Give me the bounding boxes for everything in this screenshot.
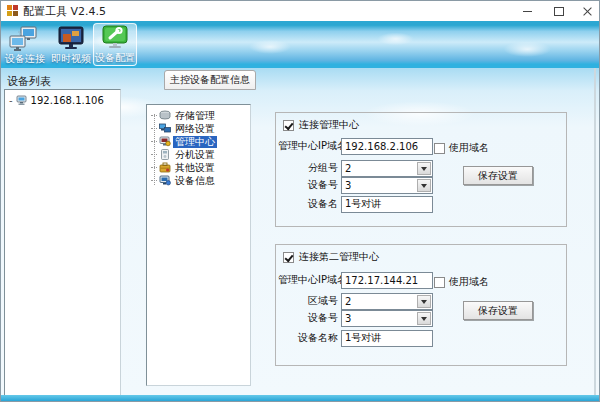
minimize-icon xyxy=(523,11,532,12)
content-area: 设备列表 - 192.168.1.106 主控设备配置信息 xyxy=(1,68,599,395)
tree-item-storage[interactable]: 存储管理 xyxy=(147,109,250,122)
bottom-bar xyxy=(1,395,599,401)
right-edge-divider xyxy=(594,68,596,395)
toolbar-label-device-connect: 设备连接 xyxy=(5,53,45,65)
toolbar: 设备连接 即时视频 xyxy=(1,21,599,68)
device-list-item[interactable]: - 192.168.1.106 xyxy=(5,90,120,106)
tree-item-label: 设备信息 xyxy=(173,175,217,187)
maximize-icon xyxy=(554,7,564,16)
device-config-icon xyxy=(100,24,130,52)
connect-second-center-checkbox[interactable] xyxy=(283,252,294,263)
tree-item-label: 网络设置 xyxy=(173,123,217,135)
settings-tree: 存储管理 网络设置 管理中心 xyxy=(146,104,251,386)
device-name-label: 设备名 xyxy=(278,197,341,211)
group-no-value: 2 xyxy=(345,163,351,174)
toolbar-label-device-config: 设备配置 xyxy=(95,52,135,64)
extension-icon xyxy=(159,149,171,160)
management-center-icon xyxy=(159,136,171,147)
tree-guide-line xyxy=(154,114,155,185)
save-settings2-label: 保存设置 xyxy=(478,304,518,318)
chevron-down-icon[interactable] xyxy=(417,312,431,325)
device2-no-value: 3 xyxy=(345,313,351,324)
device-info-icon xyxy=(159,175,171,186)
region-no-select[interactable]: 2 xyxy=(341,293,433,310)
device-no-select[interactable]: 3 xyxy=(341,177,433,194)
tree-item-device-info[interactable]: 设备信息 xyxy=(147,174,250,187)
connect-center-label: 连接管理中心 xyxy=(299,118,359,132)
device2-name-label: 设备名称 xyxy=(278,331,341,345)
chevron-down-icon[interactable] xyxy=(417,295,431,308)
tree-collapse-icon[interactable]: - xyxy=(9,96,13,106)
minimize-button[interactable] xyxy=(511,1,543,21)
use-domain-label: 使用域名 xyxy=(449,141,489,155)
device2-no-label: 设备号 xyxy=(278,311,341,325)
use-domain2-checkbox[interactable] xyxy=(434,277,445,288)
center-ip-input[interactable] xyxy=(341,138,433,155)
network-icon xyxy=(159,123,171,134)
group-no-label: 分组号 xyxy=(278,161,341,175)
device2-name-input[interactable] xyxy=(341,330,433,347)
center-ip-label: 管理中心IP域名 xyxy=(278,139,341,153)
second-management-center-group: 连接第二管理中心 管理中心IP域名 使用域名 区域号 2 设备号 3 xyxy=(275,244,567,366)
center2-ip-label: 管理中心IP域名 xyxy=(278,273,341,287)
close-icon xyxy=(583,7,592,16)
tree-item-label: 其他设置 xyxy=(173,162,217,174)
tree-item-management-center[interactable]: 管理中心 xyxy=(147,135,250,148)
title-bar: 配置工具 V2.4.5 xyxy=(1,1,599,21)
device2-no-select[interactable]: 3 xyxy=(341,310,433,327)
device-icon xyxy=(16,95,28,106)
connect-second-center-label: 连接第二管理中心 xyxy=(299,250,379,264)
toolbar-label-live-video: 即时视频 xyxy=(51,53,91,65)
save-settings-label: 保存设置 xyxy=(478,169,518,183)
other-settings-icon xyxy=(159,162,171,173)
management-center-group: 连接管理中心 管理中心IP域名 使用域名 分组号 2 设备号 3 xyxy=(275,112,567,227)
chevron-down-icon[interactable] xyxy=(417,162,431,175)
group-no-select[interactable]: 2 xyxy=(341,160,433,177)
save-settings-button[interactable]: 保存设置 xyxy=(463,166,533,185)
close-button[interactable] xyxy=(575,1,599,21)
tree-item-extension[interactable]: 分机设置 xyxy=(147,148,250,161)
app-window: 配置工具 V2.4.5 设备连接 xyxy=(0,0,600,402)
save-settings2-button[interactable]: 保存设置 xyxy=(463,301,533,320)
tree-item-label: 分机设置 xyxy=(173,149,217,161)
toolbar-button-device-connect[interactable]: 设备连接 xyxy=(3,23,47,66)
region-no-label: 区域号 xyxy=(278,294,341,308)
region-no-value: 2 xyxy=(345,296,351,307)
device-no-value: 3 xyxy=(345,180,351,191)
chevron-down-icon[interactable] xyxy=(417,179,431,192)
device-list-label: 设备列表 xyxy=(7,74,51,89)
app-icon xyxy=(7,5,19,17)
connect-center-checkbox[interactable] xyxy=(283,120,294,131)
toolbar-button-live-video[interactable]: 即时视频 xyxy=(49,23,93,66)
storage-icon xyxy=(159,110,171,121)
device-name-input[interactable] xyxy=(341,196,433,213)
toolbar-button-device-config[interactable]: 设备配置 xyxy=(93,23,137,66)
device-connect-icon xyxy=(9,25,41,53)
tree-item-network[interactable]: 网络设置 xyxy=(147,122,250,135)
device-list-item-ip: 192.168.1.106 xyxy=(31,95,104,106)
tab-master-device-config[interactable]: 主控设备配置信息 xyxy=(164,70,256,90)
tree-item-label: 存储管理 xyxy=(173,110,217,122)
device-no-label: 设备号 xyxy=(278,178,341,192)
live-video-icon xyxy=(56,25,86,53)
device-list: - 192.168.1.106 xyxy=(4,89,121,396)
tree-item-other-settings[interactable]: 其他设置 xyxy=(147,161,250,174)
use-domain-checkbox[interactable] xyxy=(434,143,445,154)
window-title: 配置工具 V2.4.5 xyxy=(23,4,106,19)
use-domain2-label: 使用域名 xyxy=(449,275,489,289)
maximize-button[interactable] xyxy=(543,1,575,21)
tree-item-label: 管理中心 xyxy=(173,136,217,148)
tab-label: 主控设备配置信息 xyxy=(170,73,250,87)
center2-ip-input[interactable] xyxy=(341,272,433,289)
